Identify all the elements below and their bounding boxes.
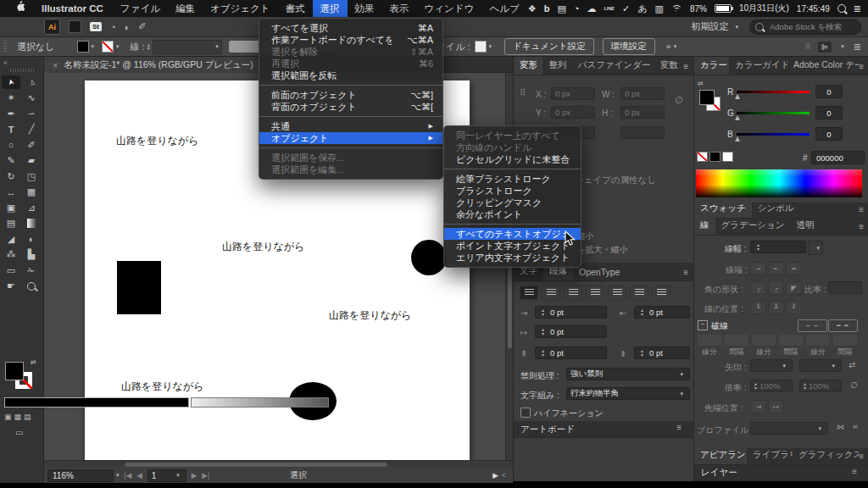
- black-swatch[interactable]: [709, 152, 721, 162]
- x-field[interactable]: 0 px: [551, 87, 595, 100]
- hex-field[interactable]: 000000: [811, 151, 865, 164]
- tab-stroke[interactable]: 線: [694, 217, 715, 235]
- ellipse-tool[interactable]: ○: [2, 138, 20, 152]
- panel-layout-icon[interactable]: ⊫: [818, 42, 832, 53]
- pencil-tool[interactable]: ✎: [2, 154, 20, 168]
- submenu-item-not-aligned-pixel-grid[interactable]: ピクセルグリッドに未整合: [444, 153, 581, 165]
- indent-left-field[interactable]: ▴▾0 pt: [535, 306, 607, 319]
- menubar-date[interactable]: 10月31日(火): [739, 3, 789, 14]
- lasso-tool[interactable]: ∿: [22, 92, 41, 105]
- cap-round-button[interactable]: ╾: [768, 262, 784, 275]
- style-swatch[interactable]: [475, 41, 487, 53]
- type-tool[interactable]: T: [2, 123, 20, 136]
- gap-field-3[interactable]: [833, 335, 857, 346]
- width-profile-dropdown[interactable]: ▾: [750, 422, 828, 435]
- stroke-weight-field[interactable]: ▴▾: [750, 241, 806, 253]
- cap-butt-button[interactable]: ╼: [750, 262, 766, 275]
- fill-color-swatch[interactable]: [77, 41, 89, 53]
- b-value-field[interactable]: 0: [815, 127, 843, 141]
- gap-field-1[interactable]: [725, 335, 748, 346]
- adobe-stock-search[interactable]: [749, 19, 861, 35]
- submenu-item-point-text-objects[interactable]: ポイント文字オブジェクト: [444, 240, 581, 252]
- mesh-tool[interactable]: ▤: [2, 217, 20, 230]
- draw-inside-icon[interactable]: ▤: [24, 413, 31, 421]
- align-center-button[interactable]: [542, 286, 560, 300]
- toolbar-grip[interactable]: [10, 69, 34, 72]
- menu-item-next-object-above[interactable]: 前面のオブジェクト⌥⌘]: [259, 89, 442, 101]
- flip-across-icon[interactable]: ≍: [852, 423, 859, 431]
- w-field[interactable]: 0 px: [620, 87, 665, 100]
- tab-variables[interactable]: 変数: [654, 57, 683, 75]
- tab-pathfinder[interactable]: パスファインダー: [572, 57, 654, 75]
- dash-field-3[interactable]: [806, 335, 830, 346]
- b-slider[interactable]: [737, 133, 810, 136]
- arrow-scale-end-field[interactable]: ▴▾100%: [799, 380, 842, 392]
- touch-workspace-icon[interactable]: ✐: [138, 21, 146, 32]
- tab-appearance[interactable]: アピアランス: [694, 446, 747, 464]
- blend-tool[interactable]: ◐: [22, 232, 41, 246]
- tab-color[interactable]: カラー: [694, 57, 729, 75]
- align-stroke-outside-button[interactable]: ┚: [786, 301, 802, 314]
- tab-color-guide[interactable]: カラーガイド: [729, 57, 787, 75]
- canvas-text-3[interactable]: 山路を登りながら: [329, 308, 411, 323]
- width-tool[interactable]: ↔: [2, 186, 20, 199]
- panel-menu-icon[interactable]: ≡: [859, 452, 868, 464]
- chevron-down-icon[interactable]: ▾: [841, 43, 844, 50]
- ime-input-icon[interactable]: あ: [637, 0, 647, 17]
- swap-arrowheads-icon[interactable]: ⇄: [849, 360, 855, 369]
- g-slider[interactable]: [737, 112, 810, 114]
- selection-tool[interactable]: ➤: [2, 75, 20, 89]
- canvas-text-4[interactable]: 山路を登りながら: [121, 380, 203, 394]
- panel-menu-icon[interactable]: ≡: [683, 268, 693, 280]
- align-dash-button[interactable]: ╍ ╍: [828, 319, 858, 332]
- tab-opentype[interactable]: OpenType: [573, 264, 626, 280]
- y-field[interactable]: 0 px: [551, 106, 595, 119]
- last-artboard-button[interactable]: ▶|: [202, 471, 209, 480]
- draw-behind-icon[interactable]: ▦: [14, 413, 22, 421]
- column-graph-tool[interactable]: ▙: [22, 248, 41, 262]
- align-right-button[interactable]: [564, 286, 582, 300]
- clock-icon[interactable]: ◔: [574, 0, 580, 17]
- check-circle-icon[interactable]: ✓: [622, 0, 630, 17]
- zoom-tool[interactable]: [22, 280, 41, 293]
- workspace-switcher[interactable]: 初期設定 ▾: [691, 20, 741, 33]
- next-artboard-button[interactable]: ▶: [192, 471, 198, 480]
- rotate-tool[interactable]: ↻: [2, 169, 20, 183]
- miter-limit-field[interactable]: [828, 281, 862, 294]
- menu-item-select-all-artboard[interactable]: 作業アートボードのすべてを選択⌥⌘A: [259, 34, 442, 46]
- arrowhead-end-dropdown[interactable]: ▾: [799, 359, 842, 372]
- document-tab[interactable]: × 名称未設定-1* @ 116% (RGB/GPU プレビュー): [44, 57, 263, 73]
- submenu-item-area-text-objects[interactable]: エリア内文字オブジェクト: [444, 252, 581, 263]
- menu-item-object-highlighted[interactable]: オブジェクト▶: [259, 132, 442, 144]
- tab-graphic-styles[interactable]: グラフィックスタ: [793, 446, 859, 464]
- wifi-icon[interactable]: [671, 5, 682, 12]
- plugin-icon-1[interactable]: [69, 20, 81, 33]
- menu-edit[interactable]: 編集: [168, 0, 203, 17]
- menu-item-inverse[interactable]: 選択範囲を反転: [259, 69, 442, 81]
- line-segment-tool[interactable]: ╱: [22, 123, 41, 136]
- justify-left-button[interactable]: [586, 286, 604, 300]
- cap-projecting-button[interactable]: ━: [786, 262, 802, 275]
- close-tab-icon[interactable]: ×: [53, 60, 58, 70]
- menubar-time[interactable]: 17:45:49: [797, 4, 830, 14]
- list-view-icon[interactable]: ≣: [854, 42, 861, 53]
- dashed-line-checkbox[interactable]: −: [698, 320, 708, 330]
- zoom-level-field[interactable]: 116%: [47, 469, 114, 482]
- b-slider-knob[interactable]: [735, 136, 740, 141]
- curvature-tool[interactable]: ∽: [22, 107, 41, 120]
- apple-menu-icon[interactable]: [7, 0, 32, 17]
- status-resize-icon[interactable]: <: [502, 471, 506, 480]
- corner-bevel-button[interactable]: ◤: [786, 281, 802, 295]
- stock-badge-icon[interactable]: St: [90, 22, 102, 31]
- submenu-item-brush-strokes[interactable]: ブラシストローク: [444, 185, 581, 197]
- tip-extend-button[interactable]: ⇥: [750, 400, 766, 413]
- arrowhead-start-dropdown[interactable]: ▾: [750, 359, 793, 372]
- h-field[interactable]: 0 px: [620, 106, 665, 119]
- artboard-number-field[interactable]: 1 ▾: [147, 469, 186, 482]
- tab-adobe-color[interactable]: Adobe Color テー: [787, 57, 859, 75]
- status-flyout-icon[interactable]: ▶: [492, 471, 498, 480]
- spotlight-search-icon[interactable]: [837, 4, 846, 13]
- r-value-field[interactable]: 0: [815, 85, 843, 98]
- horizontal-scrollbar[interactable]: [44, 460, 513, 468]
- submenu-item-bristle-brush-strokes[interactable]: 絵筆ブラシストローク: [444, 173, 581, 185]
